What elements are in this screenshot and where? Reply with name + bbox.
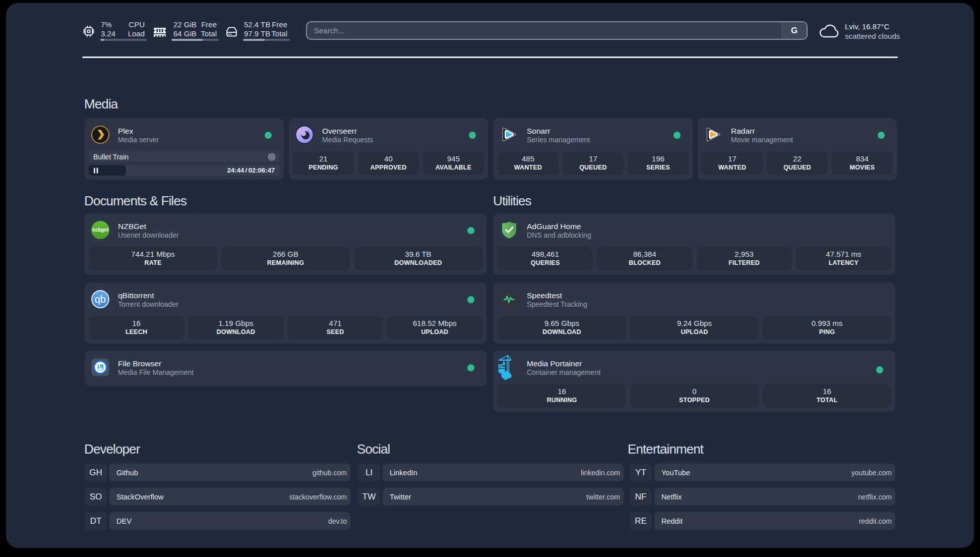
svg-text:qb: qb (95, 294, 106, 305)
svg-text:nzbget: nzbget (92, 227, 109, 233)
